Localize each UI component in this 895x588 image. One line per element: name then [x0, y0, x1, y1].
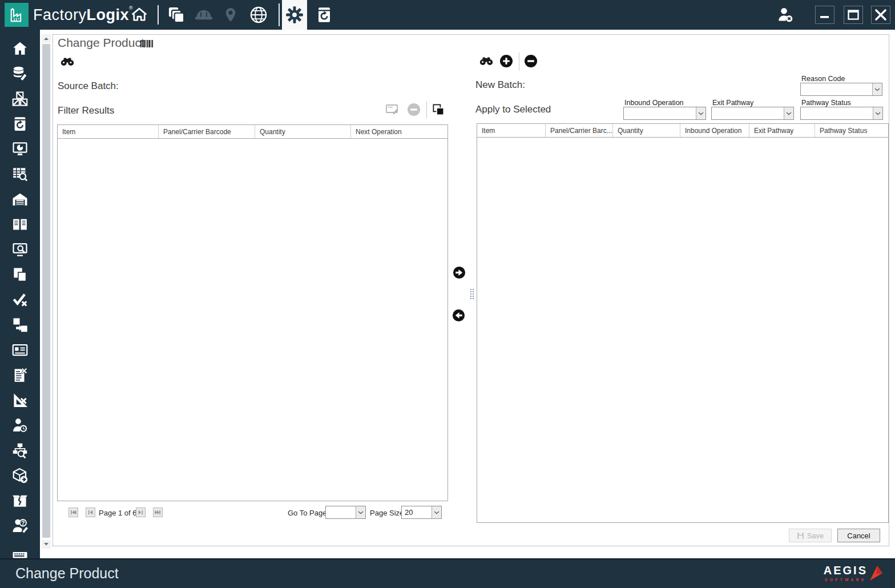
chevron-down-icon[interactable] — [696, 107, 705, 119]
go-to-page-combo[interactable] — [325, 506, 366, 519]
svg-text:?: ? — [21, 519, 25, 526]
edit-panel-icon[interactable] — [385, 103, 400, 116]
arrow-left-circle-icon[interactable] — [452, 309, 465, 322]
chevron-down-icon[interactable] — [432, 506, 441, 518]
column-header[interactable]: Panel/Carrier Barcode — [159, 125, 255, 138]
save-button[interactable]: Save — [789, 529, 832, 542]
exit-pathway-label: Exit Pathway — [712, 99, 753, 107]
statusbar-title: Change Product — [15, 565, 119, 582]
column-header[interactable]: Next Operation — [351, 125, 448, 138]
column-header[interactable]: Quantity — [255, 125, 351, 138]
minimize-button[interactable] — [815, 6, 834, 24]
sidebar-item-data-editor[interactable] — [10, 65, 30, 82]
sidebar: ? — [0, 30, 40, 559]
stacked-documents-icon[interactable] — [164, 0, 188, 30]
reason-code-label: Reason Code — [801, 75, 845, 83]
prev-page-icon[interactable] — [86, 508, 95, 517]
sidebar-item-batches[interactable] — [10, 115, 30, 132]
column-header[interactable]: Pathway Status — [815, 124, 888, 137]
page-title: Change Product — [58, 36, 144, 50]
search-binoculars-icon[interactable] — [61, 57, 74, 66]
chevron-down-icon[interactable] — [872, 83, 882, 95]
close-button[interactable] — [871, 6, 890, 24]
hard-hat-icon[interactable] — [192, 0, 216, 30]
pathway-status-combo[interactable] — [800, 107, 883, 120]
sidebar-item-verification[interactable] — [10, 291, 30, 308]
column-header[interactable]: Panel/Carrier Barc... — [546, 124, 613, 137]
cancel-button[interactable]: Cancel — [837, 529, 880, 542]
page-size-label: Page Size — [370, 509, 404, 517]
inbound-operation-combo[interactable] — [623, 107, 706, 120]
source-table-header: Item Panel/Carrier Barcode Quantity Next… — [58, 125, 448, 139]
chevron-down-icon[interactable] — [784, 107, 793, 119]
sidebar-item-operator-query[interactable]: ? — [10, 517, 30, 534]
new-batch-table: Item Panel/Carrier Barc... Quantity Inbo… — [477, 123, 889, 523]
statusbar: Change Product AEGIS SOFTWARE — [0, 558, 895, 588]
scrollbar-thumb[interactable] — [42, 44, 50, 538]
reason-code-combo[interactable] — [800, 83, 882, 96]
logout-user-icon[interactable] — [774, 0, 797, 30]
chevron-down-icon[interactable] — [873, 107, 882, 119]
titlebar-separator — [158, 5, 159, 25]
globe-icon[interactable] — [247, 0, 271, 30]
scroll-up-icon[interactable] — [42, 34, 51, 43]
splitter-grip[interactable] — [470, 288, 474, 299]
pathway-status-label: Pathway Status — [801, 99, 851, 107]
sidebar-item-data-query[interactable] — [10, 166, 30, 183]
sidebar-item-materials[interactable] — [10, 90, 30, 107]
sidebar-scrollbar — [42, 34, 51, 549]
aegis-flag-icon — [869, 565, 884, 582]
sidebar-item-dashboard[interactable] — [10, 140, 30, 158]
sidebar-item-damaged-goods[interactable] — [10, 492, 30, 509]
search-binoculars-icon[interactable] — [479, 56, 493, 66]
scroll-down-icon[interactable] — [42, 540, 51, 549]
factory-logo-icon — [5, 3, 29, 27]
arrow-right-circle-icon[interactable] — [453, 266, 466, 279]
sidebar-item-home[interactable] — [10, 40, 30, 57]
sidebar-item-documents[interactable] — [10, 266, 30, 283]
barcode-icon[interactable] — [140, 40, 153, 47]
next-page-icon[interactable] — [136, 508, 146, 517]
column-header[interactable]: Item — [58, 125, 159, 138]
app-title: FactoryLogix® — [33, 5, 133, 24]
sidebar-item-id-card[interactable] — [10, 341, 30, 359]
sidebar-item-measurement[interactable] — [10, 392, 30, 409]
first-page-icon[interactable] — [68, 508, 78, 517]
location-pin-icon[interactable] — [221, 0, 240, 30]
new-batch-label: New Batch: — [475, 79, 525, 91]
home-icon[interactable] — [128, 0, 151, 30]
toolbar-separator — [519, 53, 519, 71]
page-indicator: Page 1 of 6 — [99, 509, 137, 517]
exit-pathway-combo[interactable] — [711, 107, 794, 120]
chevron-down-icon[interactable] — [356, 506, 365, 518]
overlap-squares-icon[interactable] — [432, 103, 445, 116]
sidebar-item-warehouse[interactable] — [10, 191, 30, 208]
maximize-button[interactable] — [844, 6, 863, 24]
apply-to-selected-label: Apply to Selected — [475, 104, 551, 115]
sidebar-item-documentation[interactable] — [10, 216, 30, 233]
batch-refresh-icon[interactable] — [313, 0, 336, 30]
last-page-icon[interactable] — [153, 508, 163, 517]
column-header[interactable]: Item — [477, 124, 546, 137]
titlebar-separator — [279, 3, 280, 26]
page-size-combo[interactable]: 20 — [401, 506, 442, 519]
gear-icon[interactable] — [282, 0, 307, 30]
new-batch-table-header: Item Panel/Carrier Barc... Quantity Inbo… — [477, 124, 888, 138]
source-batch-label: Source Batch: — [58, 80, 119, 92]
remove-circle-icon[interactable] — [524, 54, 538, 68]
go-to-page-label: Go To Page — [288, 509, 326, 517]
sidebar-item-attendance[interactable] — [10, 417, 30, 434]
column-header[interactable]: Quantity — [613, 124, 680, 137]
sidebar-item-station-viewer[interactable] — [10, 241, 30, 258]
column-header[interactable]: Exit Pathway — [749, 124, 815, 137]
sidebar-item-checklist[interactable] — [10, 367, 30, 384]
add-circle-icon[interactable] — [499, 54, 513, 68]
sidebar-item-transfer[interactable] — [10, 316, 30, 333]
sidebar-item-hierarchy-search[interactable] — [10, 442, 30, 459]
column-header[interactable]: Inbound Operation — [680, 124, 749, 137]
remove-circle-icon[interactable] — [407, 103, 421, 116]
factorylogix-window: FactoryLogix® — [0, 0, 895, 588]
sidebar-item-shipping[interactable] — [10, 467, 30, 484]
save-disk-icon — [797, 532, 804, 539]
sidebar-item-terminal[interactable] — [10, 542, 30, 559]
